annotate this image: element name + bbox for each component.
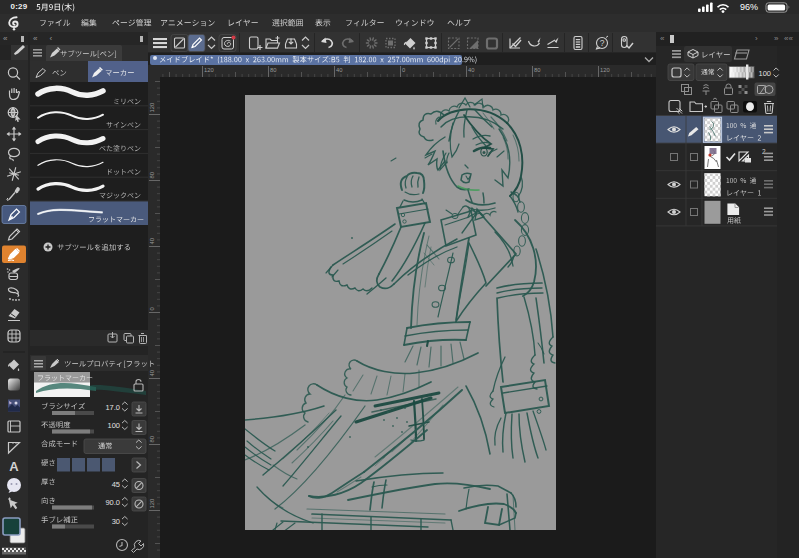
svg-text:17.0: 17.0	[105, 403, 120, 412]
svg-text:100: 100	[107, 421, 120, 430]
svg-text:45: 45	[112, 480, 120, 489]
svg-text:100: 100	[758, 69, 771, 78]
svg-text:30: 30	[112, 517, 120, 526]
svg-text:90.0: 90.0	[105, 498, 120, 507]
